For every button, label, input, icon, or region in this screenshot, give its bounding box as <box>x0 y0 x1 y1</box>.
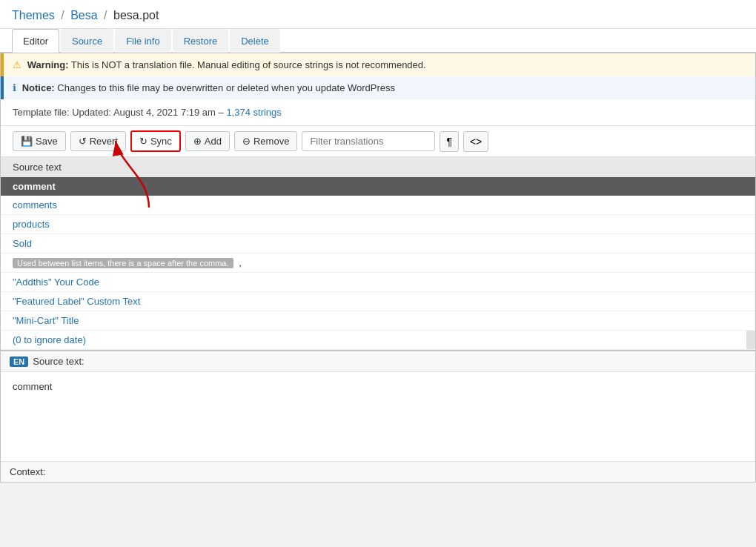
revert-label: Revert <box>90 136 118 147</box>
tabs-bar: Editor Source File info Restore Delete <box>0 29 756 53</box>
pilcrow-button[interactable]: ¶ <box>440 131 459 152</box>
source-row-text-sold: Sold <box>13 238 32 249</box>
source-text-content: comment <box>1 372 755 461</box>
breadcrumb: Themes / Besa / besa.pot <box>12 9 159 21</box>
page-wrapper: Themes / Besa / besa.pot Editor Source F… <box>0 0 756 547</box>
tab-file-info[interactable]: File info <box>115 29 171 53</box>
source-row-text-comments: comments <box>13 199 57 210</box>
source-row-badge-suffix: , <box>239 257 242 268</box>
template-label: Template file: <box>13 107 70 118</box>
remove-button[interactable]: ⊖ Remove <box>234 131 297 151</box>
template-separator: – <box>219 107 227 118</box>
filter-input[interactable] <box>302 131 435 151</box>
warning-icon: ⚠ <box>13 59 21 70</box>
revert-button[interactable]: ↺ Revert <box>70 131 126 151</box>
save-button[interactable]: 💾 Save <box>13 131 66 151</box>
breadcrumb-bar: Themes / Besa / besa.pot <box>0 0 756 29</box>
tab-editor[interactable]: Editor <box>12 29 59 53</box>
breadcrumb-besa-link[interactable]: Besa <box>70 9 97 21</box>
source-row-featured-label[interactable]: "Featured Label" Custom Text <box>1 292 755 311</box>
template-updated: Updated: August 4, 2021 7:19 am <box>72 107 216 118</box>
breadcrumb-themes-link[interactable]: Themes <box>12 9 55 21</box>
notice-prefix: Notice: <box>22 82 55 93</box>
source-row-text-comment: comment <box>13 181 56 192</box>
warning-notice: ⚠ Warning: This is NOT a translation fil… <box>1 53 755 76</box>
info-icon: ℹ <box>13 82 16 93</box>
source-row-addthis[interactable]: "Addthis" Your Code <box>1 273 755 292</box>
sync-label: Sync <box>150 136 172 147</box>
source-text-value: comment <box>13 381 52 392</box>
context-label: Context: <box>10 466 45 477</box>
bottom-panel-header: EN Source text: <box>1 351 755 372</box>
revert-icon: ↺ <box>79 136 87 147</box>
toolbar: 💾 Save ↺ Revert ↻ Sync ⊕ Add ⊖ Remove ¶ <box>1 125 755 157</box>
source-row-text-ignore-date: (0 to ignore date) <box>13 334 86 345</box>
breadcrumb-current-file: besa.pot <box>113 9 159 21</box>
source-row-products[interactable]: products <box>1 215 755 234</box>
source-row-text-addthis: "Addthis" Your Code <box>13 276 99 288</box>
en-badge: EN <box>10 357 28 367</box>
bottom-panel: EN Source text: comment <box>1 350 755 461</box>
pilcrow-icon: ¶ <box>446 136 452 147</box>
source-table-header: Source text <box>1 157 755 177</box>
breadcrumb-sep-2: / <box>104 9 107 21</box>
warning-text: This is NOT a translation file. Manual e… <box>71 59 426 70</box>
source-row-badge-label: Used between list items, there is a spac… <box>13 258 233 268</box>
tab-restore[interactable]: Restore <box>173 29 229 53</box>
source-row-ignore-date[interactable]: (0 to ignore date) <box>1 331 755 350</box>
tab-source[interactable]: Source <box>61 29 113 53</box>
sync-button[interactable]: ↻ Sync <box>130 130 181 152</box>
source-row-text-featured-label: "Featured Label" Custom Text <box>13 296 140 307</box>
add-button[interactable]: ⊕ Add <box>185 131 230 151</box>
source-table: Source text comment comments products So… <box>1 157 755 350</box>
source-row-badge[interactable]: Used between list items, there is a spac… <box>1 253 755 273</box>
source-row-mini-cart[interactable]: "Mini-Cart" Title <box>1 311 755 331</box>
remove-icon: ⊖ <box>242 136 251 147</box>
tab-delete[interactable]: Delete <box>230 29 280 53</box>
context-bar: Context: <box>1 461 755 482</box>
source-row-text-mini-cart: "Mini-Cart" Title <box>13 315 79 326</box>
content-area: ⚠ Warning: This is NOT a translation fil… <box>0 53 756 483</box>
add-label: Add <box>205 136 222 147</box>
info-notice: ℹ Notice: Changes to this file may be ov… <box>1 76 755 99</box>
add-icon: ⊕ <box>193 136 202 147</box>
source-row-sold[interactable]: Sold <box>1 234 755 253</box>
scrollbar-indicator <box>746 331 755 349</box>
save-label: Save <box>36 136 58 147</box>
code-button[interactable]: <> <box>463 131 488 152</box>
save-icon: 💾 <box>21 136 33 147</box>
template-strings-link[interactable]: 1,374 strings <box>226 107 281 118</box>
template-info: Template file: Updated: August 4, 2021 7… <box>1 99 755 125</box>
code-icon: <> <box>470 136 482 147</box>
source-row-comments[interactable]: comments <box>1 196 755 215</box>
warning-prefix: Warning: <box>27 59 69 70</box>
source-text-label: Source text: <box>33 356 84 367</box>
notice-text: Changes to this file may be overwritten … <box>57 82 395 93</box>
breadcrumb-sep-1: / <box>61 9 64 21</box>
remove-label: Remove <box>253 136 289 147</box>
source-row-comment[interactable]: comment <box>1 177 755 196</box>
sync-icon: ↻ <box>139 136 147 147</box>
source-row-text-products: products <box>13 219 50 230</box>
